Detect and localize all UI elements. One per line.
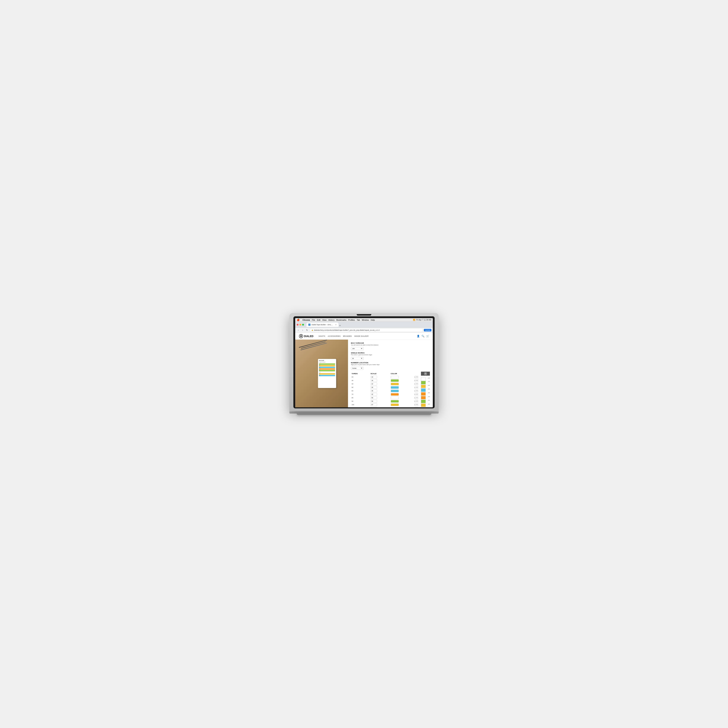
tp-color-bar (421, 400, 426, 403)
menu-profiles[interactable]: Profiles (348, 319, 355, 321)
color-select[interactable]: ▾ (414, 379, 418, 382)
active-tab[interactable]: Dialed Tape Builder – DIALED ... ✕ (306, 323, 338, 327)
site-logo[interactable]: DIALED (299, 334, 314, 338)
scale-cell[interactable] (370, 375, 390, 379)
max-yardage-select[interactable]: 150 100 80 (351, 347, 364, 350)
col-yards: YARDS (351, 373, 370, 375)
product-image: DIALED CHECK SCALE 20 30 (295, 340, 348, 407)
search-icon[interactable]: 🔍 (422, 335, 424, 337)
clock: Fri Apr 7 11:39 AM (416, 319, 431, 321)
laptop-body: 🍎 Chrome File Edit View History Bookmark… (289, 313, 439, 411)
color-select[interactable]: ▾ (414, 376, 418, 378)
single-marks-select[interactable]: 30 20 40 (351, 357, 364, 360)
color-dropdown-cell[interactable]: ▾ (414, 393, 419, 396)
color-select[interactable]: ▾ (414, 407, 418, 407)
color-cell (390, 389, 414, 393)
reload-button[interactable]: ↻ (305, 329, 309, 332)
new-tab-button[interactable]: + (339, 324, 341, 327)
apple-menu[interactable]: 🍎 (297, 318, 300, 321)
menu-chrome[interactable]: Chrome (303, 319, 310, 321)
color-dropdown-cell[interactable]: ▾ (414, 399, 419, 403)
scale-input[interactable] (370, 393, 377, 396)
tp-color-bar (421, 378, 426, 381)
color-dropdown-cell[interactable]: ▾ (414, 379, 419, 382)
color-select[interactable]: ▾ (414, 400, 418, 402)
menu-window[interactable]: Window (362, 319, 369, 321)
cart-icon[interactable]: 🛒 (426, 335, 429, 337)
tp-label: 30 (428, 381, 430, 382)
forward-button[interactable]: › (301, 329, 304, 332)
nav-inside[interactable]: INSIDE DIALED® (354, 335, 369, 337)
scale-cell[interactable] (370, 396, 390, 399)
color-dropdown-cell[interactable]: ▾ (414, 396, 419, 399)
site-nav: DIALED SIGHTS ACCESSORIES BRANDED INSIDE… (295, 333, 433, 340)
svg-point-4 (425, 373, 426, 374)
laptop-bottom (289, 411, 439, 413)
color-dropdown-cell[interactable]: ▾ (414, 382, 419, 385)
back-button[interactable]: ‹ (297, 329, 300, 332)
yard-value: 80 (351, 396, 370, 399)
number-location-select[interactable]: Center Left Right (351, 367, 364, 370)
scale-cell[interactable] (370, 403, 390, 407)
yard-value: 90 (351, 399, 370, 403)
scale-input[interactable] (370, 379, 377, 382)
yard-value: 110 (351, 407, 370, 407)
nav-sights[interactable]: SIGHTS (318, 335, 325, 337)
yards-table-wrapper: YARDS SCALE COLOR 20 (351, 372, 430, 407)
nav-accessories[interactable]: ACCESSORIES (328, 335, 341, 337)
minimize-button[interactable] (300, 324, 301, 326)
scale-cell[interactable] (370, 382, 390, 385)
color-dropdown-cell[interactable]: ▾ (414, 385, 419, 389)
table-row: 90 ▾ (351, 399, 419, 403)
table-row: 40 ▾ (351, 382, 419, 385)
menu-view[interactable]: View (322, 319, 327, 321)
scale-cell[interactable] (370, 393, 390, 396)
site-logo-text: DIALED (304, 335, 314, 338)
scale-cell[interactable] (370, 407, 390, 407)
col-color: COLOR (390, 373, 414, 375)
scale-cell[interactable] (370, 389, 390, 393)
scale-input[interactable] (370, 400, 377, 402)
tab-bar: Dialed Tape Builder – DIALED ... ✕ + (306, 323, 431, 327)
color-dropdown-cell[interactable]: ▾ (414, 389, 419, 393)
table-row: 80 ▾ (351, 396, 419, 399)
macos-menu-items: Chrome File Edit View History Bookmarks … (303, 319, 375, 321)
menu-help[interactable]: Help (371, 319, 375, 321)
close-button[interactable] (297, 324, 298, 326)
scale-input[interactable] (370, 376, 377, 378)
color-select[interactable]: ▾ (414, 393, 418, 396)
menu-edit[interactable]: Edit (317, 319, 320, 321)
scale-input[interactable] (370, 390, 377, 392)
color-select[interactable]: ▾ (414, 404, 418, 406)
laptop: 🍎 Chrome File Edit View History Bookmark… (289, 313, 439, 415)
menu-tab[interactable]: Tab (357, 319, 360, 321)
color-select[interactable]: ▾ (414, 390, 418, 392)
nav-branded[interactable]: BRANDED (343, 335, 352, 337)
menu-bookmarks[interactable]: Bookmarks (336, 319, 346, 321)
scale-input[interactable] (370, 396, 377, 399)
config-panel: MAX YARDAGE You will need to be able to … (348, 340, 433, 407)
scale-input[interactable] (370, 382, 377, 385)
scale-cell[interactable] (370, 399, 390, 403)
color-dropdown-cell[interactable]: ▾ (414, 375, 419, 379)
menu-history[interactable]: History (328, 319, 335, 321)
update-button[interactable]: Update (424, 329, 431, 332)
color-select[interactable]: ▾ (414, 396, 418, 399)
tab-favicon (308, 324, 310, 326)
scale-input[interactable] (370, 407, 377, 407)
menu-file[interactable]: File (312, 319, 315, 321)
color-select[interactable]: ▾ (414, 386, 418, 389)
color-select[interactable]: ▾ (414, 383, 418, 385)
color-dropdown-cell[interactable]: ▾ (414, 403, 419, 407)
tp-label: 50 (428, 388, 430, 390)
scale-cell[interactable] (370, 379, 390, 382)
scale-input[interactable] (370, 403, 377, 406)
fullscreen-button[interactable] (302, 324, 304, 326)
scale-input[interactable] (370, 386, 377, 389)
account-icon[interactable]: 👤 (417, 335, 420, 337)
tape-preview-top (421, 372, 430, 376)
color-dropdown-cell[interactable]: ▾ (414, 407, 419, 407)
tab-close-button[interactable]: ✕ (335, 324, 337, 326)
address-bar[interactable]: 🔒 dialedarchery.com/products/dialed-tape… (310, 328, 423, 332)
scale-cell[interactable] (370, 385, 390, 389)
